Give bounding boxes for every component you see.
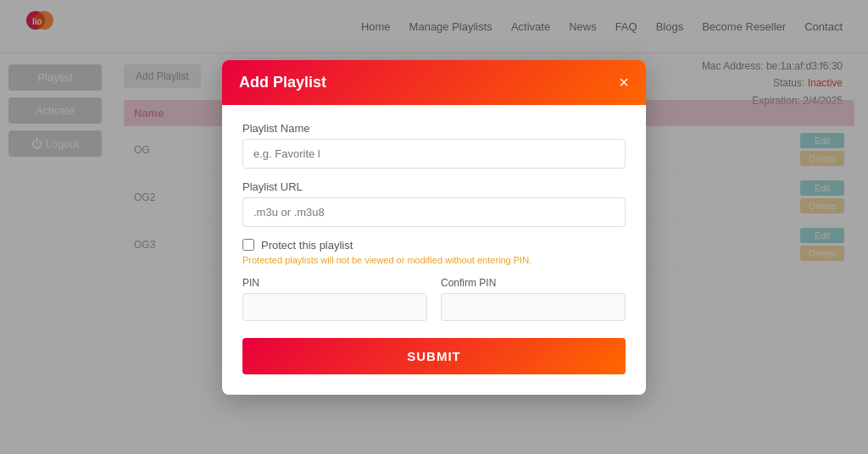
playlist-name-label: Playlist Name [242, 122, 626, 135]
protect-warning: Protected playlists will not be viewed o… [242, 255, 626, 265]
confirm-pin-input[interactable] [441, 293, 626, 321]
confirm-pin-group: Confirm PIN [441, 277, 626, 321]
pin-row: PIN Confirm PIN [242, 277, 626, 321]
playlist-name-input[interactable] [242, 139, 626, 169]
pin-input[interactable] [242, 293, 427, 321]
protect-checkbox-row: Protect this playlist [242, 239, 626, 252]
playlist-url-input[interactable] [242, 197, 626, 227]
modal-title: Add Playlist [239, 74, 326, 91]
playlist-name-group: Playlist Name [242, 122, 626, 169]
modal-overlay: Add Playlist × Playlist Name Playlist UR… [0, 0, 868, 454]
add-playlist-modal: Add Playlist × Playlist Name Playlist UR… [222, 60, 646, 395]
protect-label[interactable]: Protect this playlist [261, 239, 353, 252]
modal-body: Playlist Name Playlist URL Protect this … [222, 105, 646, 395]
playlist-url-label: Playlist URL [242, 180, 626, 193]
confirm-pin-label: Confirm PIN [441, 277, 626, 289]
modal-close-button[interactable]: × [619, 74, 629, 91]
protect-checkbox[interactable] [242, 239, 254, 251]
playlist-url-group: Playlist URL [242, 180, 626, 227]
pin-group: PIN [242, 277, 427, 321]
submit-button[interactable]: SUBMIT [242, 338, 626, 374]
modal-header: Add Playlist × [222, 60, 646, 105]
pin-label: PIN [242, 277, 427, 289]
